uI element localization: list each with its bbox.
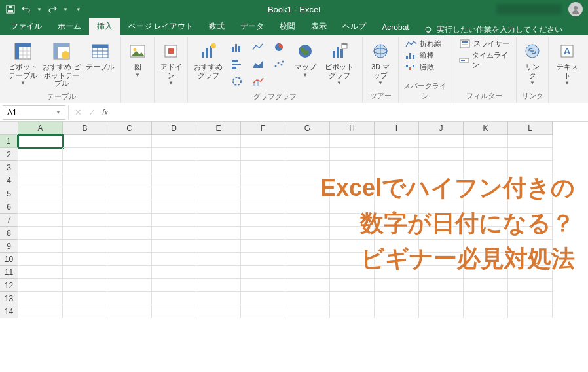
cell[interactable] (196, 200, 241, 214)
cell[interactable] (18, 148, 63, 161)
cell[interactable] (419, 135, 464, 148)
column-header[interactable]: I (375, 122, 419, 135)
cancel-icon[interactable]: ✕ (75, 107, 82, 117)
cell[interactable] (196, 135, 241, 148)
cell[interactable] (63, 240, 107, 253)
spreadsheet-grid[interactable]: ABCDEFGHIJKL 1234567891011121314 (0, 122, 588, 318)
cell[interactable] (241, 227, 285, 240)
cell[interactable] (196, 214, 241, 227)
cell[interactable] (419, 292, 464, 305)
cell[interactable] (63, 253, 107, 266)
cell[interactable] (152, 174, 196, 187)
cell[interactable] (285, 240, 330, 253)
cell[interactable] (464, 305, 508, 318)
cell[interactable] (241, 187, 285, 200)
cell[interactable] (285, 266, 330, 279)
redo-icon[interactable] (47, 4, 58, 14)
cell[interactable] (152, 227, 196, 240)
cell[interactable] (464, 148, 508, 161)
cell[interactable] (63, 148, 107, 161)
tab-acrobat[interactable]: Acrobat (374, 20, 416, 35)
cell[interactable] (285, 227, 330, 240)
cell[interactable] (375, 174, 419, 187)
chart-combo-icon[interactable] (248, 73, 268, 89)
cell[interactable] (508, 279, 553, 292)
cell[interactable] (241, 253, 285, 266)
cell[interactable] (375, 305, 419, 318)
cell[interactable] (375, 253, 419, 266)
cell[interactable] (419, 200, 464, 214)
link-button[interactable]: リン ク ▼ (521, 38, 544, 88)
cell[interactable] (152, 214, 196, 227)
cell[interactable] (63, 161, 107, 174)
cell[interactable] (63, 279, 107, 292)
formula-input[interactable] (113, 105, 588, 120)
cell[interactable] (107, 187, 152, 200)
row-header[interactable]: 5 (0, 187, 18, 200)
select-all-corner[interactable] (0, 122, 18, 135)
addins-button[interactable]: アドイ ン ▼ (158, 38, 183, 88)
row-header[interactable]: 12 (0, 279, 18, 292)
cell[interactable] (508, 305, 553, 318)
recommended-charts-button[interactable]: おすすめ グラフ (192, 38, 225, 82)
cell[interactable] (375, 266, 419, 279)
cell[interactable] (107, 148, 152, 161)
cell[interactable] (330, 227, 375, 240)
cell[interactable] (464, 200, 508, 214)
cell[interactable] (107, 135, 152, 148)
cell[interactable] (508, 135, 553, 148)
cell[interactable] (285, 305, 330, 318)
cell[interactable] (18, 240, 63, 253)
cell[interactable] (152, 266, 196, 279)
cell[interactable] (419, 253, 464, 266)
cell[interactable] (107, 292, 152, 305)
cell[interactable] (285, 148, 330, 161)
cell[interactable] (508, 174, 553, 187)
cell[interactable] (330, 187, 375, 200)
cell[interactable] (419, 266, 464, 279)
cell[interactable] (18, 292, 63, 305)
row-header[interactable]: 3 (0, 161, 18, 174)
cell[interactable] (196, 148, 241, 161)
row-header[interactable]: 4 (0, 174, 18, 187)
cell[interactable] (63, 200, 107, 214)
cell[interactable] (18, 174, 63, 187)
cell[interactable] (285, 161, 330, 174)
cell[interactable] (107, 200, 152, 214)
cell[interactable] (107, 279, 152, 292)
cell[interactable] (196, 174, 241, 187)
name-box[interactable]: A1 ▼ (3, 105, 65, 120)
cell[interactable] (330, 174, 375, 187)
user-avatar[interactable] (568, 2, 583, 16)
cell[interactable] (63, 266, 107, 279)
cell[interactable] (419, 214, 464, 227)
cell[interactable] (241, 148, 285, 161)
cell[interactable] (196, 266, 241, 279)
cell[interactable] (18, 135, 63, 148)
cell[interactable] (241, 240, 285, 253)
column-header[interactable]: C (107, 122, 152, 135)
cell[interactable] (18, 266, 63, 279)
cell[interactable] (107, 214, 152, 227)
cell[interactable] (18, 305, 63, 318)
redo-dropdown-icon[interactable]: ▼ (63, 7, 68, 12)
column-header[interactable]: L (508, 122, 553, 135)
chart-area-icon[interactable] (248, 56, 268, 72)
column-header[interactable]: G (285, 122, 330, 135)
tab-insert[interactable]: 挿入 (89, 18, 120, 35)
cell[interactable] (63, 292, 107, 305)
cell[interactable] (330, 292, 375, 305)
cell[interactable] (152, 187, 196, 200)
cell[interactable] (464, 135, 508, 148)
cell[interactable] (196, 227, 241, 240)
cell[interactable] (419, 148, 464, 161)
cell[interactable] (18, 187, 63, 200)
cell[interactable] (152, 305, 196, 318)
chart-line-icon[interactable] (248, 39, 268, 55)
tell-me[interactable]: 実行したい作業を入力してください (417, 24, 569, 35)
cell[interactable] (18, 227, 63, 240)
recommended-pivot-button[interactable]: おすすめ ピボットテーブル (41, 38, 83, 90)
cell[interactable] (375, 200, 419, 214)
cell[interactable] (375, 279, 419, 292)
cell[interactable] (18, 161, 63, 174)
